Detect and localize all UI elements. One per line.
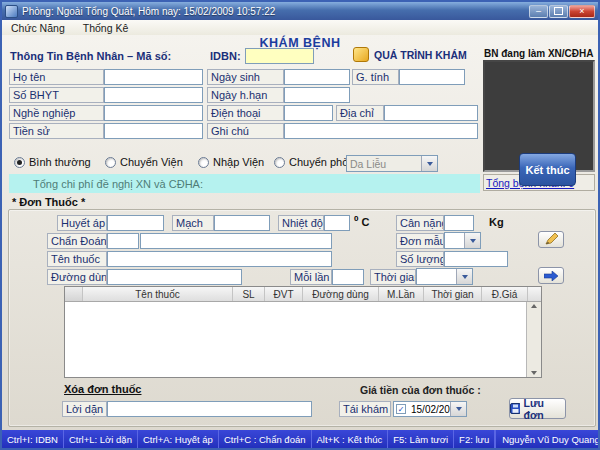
moi-lan-input[interactable] (332, 269, 364, 285)
ngay-sinh-input[interactable] (284, 69, 350, 85)
duong-dung-input[interactable] (107, 269, 242, 285)
scroll-down-icon[interactable] (531, 371, 537, 375)
tien-su-input[interactable] (104, 123, 203, 139)
label-chan-doan: Chẩn Đoán (47, 233, 107, 249)
menu-thong-ke[interactable]: Thống Kê (74, 20, 138, 35)
medicine-table[interactable]: Tên thuốc SL ĐVT Đường dùng M.Lần Thời g… (64, 286, 542, 378)
price-label: Giá tiền của đơn thuốc : (360, 384, 481, 396)
statusbar-item: Alt+K : Kết thúc (312, 430, 389, 448)
label-don-mau: Đơn mẫu (396, 233, 444, 249)
label-gioi-tinh: G. tính (352, 69, 399, 85)
label-duong-dung: Đường dùng (47, 269, 107, 285)
col-duong-dung[interactable]: Đường dùng (303, 287, 379, 301)
col-m-lan[interactable]: M.Lần (379, 287, 424, 301)
nghe-nghiep-input[interactable] (104, 105, 203, 121)
col-dvt[interactable]: ĐVT (265, 287, 303, 301)
ngay-han-input[interactable] (284, 87, 350, 103)
exam-history-label: QUÁ TRÌNH KHÁM (374, 49, 467, 61)
label-so-bhyt: Số BHYT (9, 87, 104, 103)
statusbar-item: F2: lưu (454, 430, 495, 448)
finish-button[interactable]: Kết thúc (519, 153, 576, 186)
dia-chi-input[interactable] (384, 105, 478, 121)
loi-dan-input[interactable] (107, 401, 312, 417)
close-button[interactable]: × (569, 5, 595, 18)
label-tien-su: Tiền sử (9, 123, 104, 139)
statusbar-item: Ctrl+I: IDBN (2, 430, 64, 448)
label-ngay-han: Ngày h.hạn (207, 87, 284, 103)
menu-chuc-nang[interactable]: Chức Năng (2, 20, 74, 35)
add-medicine-button[interactable] (538, 267, 564, 284)
radio-label: Chuyển Viện (120, 156, 183, 168)
idbn-input[interactable] (245, 48, 314, 64)
label-tai-kham: Tái khám (339, 401, 391, 417)
nhiet-do-input[interactable] (324, 215, 350, 231)
label-can-nang: Cân nặng (396, 215, 444, 231)
maximize-button[interactable] (549, 5, 568, 18)
row-selector-header (65, 287, 83, 301)
temp-unit: 0 C (354, 214, 369, 228)
thoi-gian-combobox[interactable] (416, 268, 473, 285)
revisit-checkbox[interactable]: ✓ (396, 404, 406, 414)
exam-history-link[interactable]: QUÁ TRÌNH KHÁM (353, 47, 467, 62)
revisit-date-value: 15/02/2009 (408, 404, 450, 415)
chan-doan-code-input[interactable] (107, 233, 139, 249)
can-nang-input[interactable] (444, 215, 474, 231)
huyet-ap-input[interactable] (107, 215, 164, 231)
radio-dot (198, 157, 209, 168)
weight-unit: Kg (489, 216, 504, 228)
radio-dot (105, 157, 116, 168)
label-nghe-nghiep: Nghề nghiệp (9, 105, 104, 121)
label-dia-chi: Địa chỉ (336, 105, 384, 121)
save-prescription-button[interactable]: Lưu đơn (509, 398, 566, 419)
don-mau-dropdown-icon[interactable] (464, 233, 480, 248)
label-dien-thoai: Điện thoại (207, 105, 284, 121)
ho-ten-input[interactable] (104, 69, 203, 85)
revisit-date-dropdown-icon[interactable] (450, 402, 466, 416)
idbn-label: IDBN: (210, 50, 241, 62)
gioi-tinh-input[interactable] (399, 69, 465, 85)
don-mau-combobox[interactable] (444, 232, 481, 249)
exam-history-icon (353, 47, 369, 62)
edit-template-button[interactable] (538, 231, 564, 248)
mach-input[interactable] (214, 215, 270, 231)
label-nhiet-do: Nhiệt độ (278, 215, 324, 231)
cost-bar: Tổng chi phí đề nghị XN và CĐHA: (9, 174, 480, 193)
maximize-icon (554, 7, 563, 15)
label-ho-ten: Họ tên (9, 69, 104, 85)
label-ghi-chu: Ghi chú (207, 123, 284, 139)
room-combobox[interactable]: Da Liễu (346, 155, 438, 172)
menu-bar: Chức Năng Thống Kê (2, 20, 598, 36)
so-bhyt-input[interactable] (104, 87, 203, 103)
dien-thoai-input[interactable] (284, 105, 333, 121)
medicine-table-body (65, 302, 526, 377)
cost-label: Tổng chi phí đề nghị XN và CĐHA: (33, 178, 203, 190)
delete-prescription-link[interactable]: Xóa đơn thuốc (64, 383, 141, 395)
table-scrollbar[interactable] (526, 302, 541, 377)
col-ten-thuoc[interactable]: Tên thuốc (83, 287, 233, 301)
room-combobox-dropdown-icon[interactable] (421, 156, 437, 171)
radio-chuyen-vien[interactable]: Chuyển Viện (105, 156, 183, 168)
status-bar: Ctrl+I: IDBN Ctrl+L: Lời dặn Ctrl+A: Huy… (2, 430, 598, 448)
radio-label: Nhập Viện (213, 156, 264, 168)
radio-nhap-vien[interactable]: Nhập Viện (198, 156, 264, 168)
statusbar-item: Ctrl+L: Lời dặn (64, 430, 138, 448)
radio-dot-selected (14, 157, 25, 168)
ten-thuoc-input[interactable] (107, 251, 332, 267)
thoi-gian-dropdown-icon[interactable] (456, 269, 472, 284)
chan-doan-input[interactable] (140, 233, 332, 249)
so-luong-input[interactable] (444, 251, 508, 267)
lab-panel-title: BN đang làm XN/CĐHA (484, 48, 593, 59)
revisit-date-picker[interactable]: ✓ 15/02/2009 (393, 401, 467, 417)
label-loi-dan: Lời dặn (62, 401, 107, 417)
scroll-up-icon[interactable] (531, 304, 537, 308)
statusbar-item: F5: Làm tươi (388, 430, 454, 448)
col-thoi-gian[interactable]: Thời gian (424, 287, 482, 301)
statusbar-item: Ctrl+C : Chẩn đoán (219, 430, 312, 448)
minimize-button[interactable]: – (529, 5, 548, 18)
radio-binh-thuong[interactable]: Bình thường (14, 156, 91, 168)
ghi-chu-input[interactable] (284, 123, 478, 139)
col-d-gia[interactable]: Đ.Giá (482, 287, 528, 301)
col-sl[interactable]: SL (233, 287, 265, 301)
label-ngay-sinh: Ngày sinh (207, 69, 284, 85)
medicine-table-header: Tên thuốc SL ĐVT Đường dùng M.Lần Thời g… (65, 287, 541, 302)
